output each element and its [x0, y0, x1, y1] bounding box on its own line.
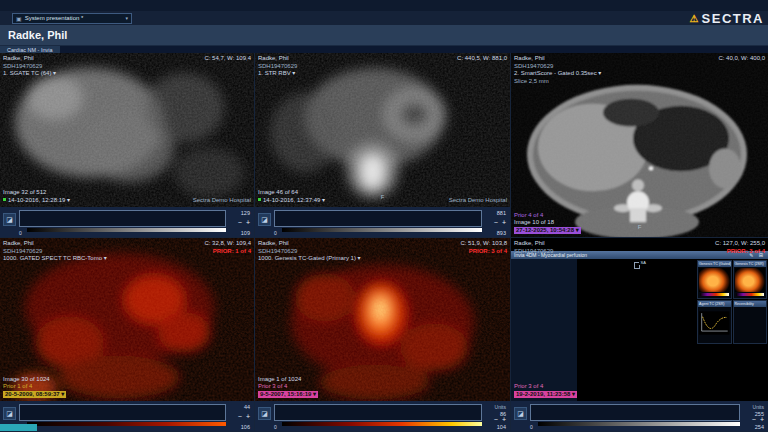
colormap-bar[interactable]: [538, 422, 740, 426]
histogram[interactable]: [19, 210, 226, 227]
date-selector[interactable]: 19-2-2019, 11:23:58 ▾: [514, 391, 577, 399]
overlay-info: Radke, Phil SDH19470629: [514, 240, 553, 255]
3d-surface: [735, 268, 766, 292]
overlay-index: Image 30 of 1024 Prior 1 of 4 20-5-2009,…: [3, 376, 66, 399]
window-decrease-button[interactable]: −: [494, 220, 498, 226]
histo-upper-value: 44: [244, 404, 250, 410]
series-selector[interactable]: 1000. GATED SPECT TC RBC-Tomo ▾: [3, 255, 107, 263]
window-decrease-button[interactable]: −: [752, 417, 756, 423]
colormap-bar[interactable]: [282, 228, 482, 232]
window-decrease-button[interactable]: −: [494, 417, 498, 423]
image-index: Image 30 of 1024: [3, 376, 66, 384]
colormap-bar[interactable]: [282, 422, 482, 426]
overlay-window: C: 51,9, W: 103,8 PRIOR: 3 of 4: [460, 240, 507, 256]
panel-header: Genesis TC (2SR): [734, 261, 767, 267]
auto-window-button[interactable]: ◪: [258, 213, 271, 226]
quant-3d-panel: Genesis TC (2SR): [733, 260, 768, 299]
viewport-grid: Radke, Phil SDH19470629 1. SGATE TC (64)…: [0, 53, 768, 432]
histo-range-value: 254: [755, 424, 764, 430]
window-increase-button[interactable]: +: [502, 417, 506, 423]
histogram[interactable]: [274, 210, 482, 227]
window-level-value: C: 32,8, W: 109,4: [204, 240, 251, 248]
series-selector[interactable]: 1. SGATE TC (64) ▾: [3, 70, 56, 78]
date-selector[interactable]: 20-5-2009, 08:59:37 ▾: [3, 391, 66, 399]
overlay-patient-name: Radke, Phil: [258, 55, 297, 63]
series-selector[interactable]: 2. SmartScore - Gated 0.35sec ▾: [514, 70, 601, 78]
series-selector[interactable]: 1000. Genesis TC-Gated (Primary 1) ▾: [258, 255, 361, 263]
prior-badge: PRIOR: 3 of 4: [460, 248, 507, 256]
brand-text: SECTRA: [702, 11, 764, 26]
prior-label: Prior 1 of 4: [3, 383, 66, 391]
histo-zero-label: 0: [19, 230, 22, 236]
viewport-bottom-left[interactable]: Radke, Phil SDH19470629 1000. GATED SPEC…: [0, 238, 254, 401]
prior-badge: PRIOR: 3 of 4: [715, 248, 765, 256]
auto-window-button[interactable]: ◪: [3, 407, 16, 420]
window-increase-button[interactable]: +: [246, 414, 250, 420]
series-selector[interactable]: 1. STR RBV ▾: [258, 70, 297, 78]
overlay-patient-name: Radke, Phil: [514, 55, 601, 63]
window-increase-button[interactable]: +: [246, 220, 250, 226]
window-decrease-button[interactable]: −: [238, 220, 242, 226]
auto-window-button[interactable]: ◪: [514, 407, 527, 420]
overlay-info: Radke, Phil SDH19470629 2. SmartScore - …: [514, 55, 601, 85]
cell-top-middle: Radke, Phil SDH19470629 1. STR RBV ▾ C: …: [255, 53, 511, 238]
viewport-top-left[interactable]: Radke, Phil SDH19470629 1. SGATE TC (64)…: [0, 53, 254, 207]
cell-top-left: Radke, Phil SDH19470629 1. SGATE TC (64)…: [0, 53, 255, 238]
window-level-value: C: 440,5, W: 881,0: [457, 55, 507, 63]
overlay-window: C: 127,0, W: 255,0 PRIOR: 3 of 4: [715, 240, 765, 255]
hospital-label: Sectra Demo Hospital: [193, 197, 251, 205]
colormap-bar[interactable]: [27, 422, 226, 426]
quant-values-panel: Reversibility: [733, 300, 768, 344]
date-selector[interactable]: 9-5-2007, 15:16:19 ▾: [258, 391, 318, 399]
presentation-icon: ▣: [16, 15, 22, 22]
histogram[interactable]: [274, 404, 482, 421]
panel-header: Genesis TC (Gated)(2SR): [698, 261, 731, 267]
presentation-label: System presentation *: [25, 15, 84, 21]
volume-curve-chart: [698, 307, 731, 343]
viewport-bottom-middle[interactable]: Radke, Phil SDH19470629 1000. Genesis TC…: [255, 238, 510, 401]
colormap-bar[interactable]: [27, 228, 226, 232]
tab-cardiac-nm[interactable]: Cardiac NM - Invia: [0, 46, 60, 53]
histo-upper-value: 881: [497, 210, 506, 216]
overlay-index: Image 46 of 64 14-10-2016, 12:37:49 ▾: [258, 189, 325, 204]
overlay-info: Radke, Phil SDH19470629 1000. Genesis TC…: [258, 240, 361, 263]
histogram[interactable]: [19, 404, 226, 421]
prior-label: Prior 3 of 4: [514, 383, 577, 391]
viewport-top-middle[interactable]: Radke, Phil SDH19470629 1. STR RBV ▾ C: …: [255, 53, 510, 207]
units-label: Units: [495, 404, 506, 410]
current-study-dot: [3, 198, 6, 201]
image-index: Image 1 of 1024: [258, 376, 318, 384]
histo-range-value: 109: [241, 230, 250, 236]
application-window: ▣ System presentation * ▾ ⚠ SECTRA Radke…: [0, 0, 768, 432]
sectra-logo: ⚠ SECTRA: [690, 11, 764, 26]
overlay-index: Prior 4 of 4 Image 10 of 18 27-12-2025, …: [514, 212, 581, 235]
units-label: Units: [753, 404, 764, 410]
cell-bottom-right: Radke, Phil SDH19470629 C: 127,0, W: 255…: [511, 238, 768, 432]
viewport-ct[interactable]: Radke, Phil SDH19470629 2. SmartScore - …: [511, 53, 768, 237]
presentation-dropdown[interactable]: ▣ System presentation * ▾: [12, 13, 132, 24]
overlay-mrn: SDH19470629: [258, 63, 297, 71]
tab-strip: Cardiac NM - Invia: [0, 46, 768, 53]
cell-top-right: Radke, Phil SDH19470629 2. SmartScore - …: [511, 53, 768, 238]
auto-window-button[interactable]: ◪: [3, 213, 16, 226]
window-increase-button[interactable]: +: [502, 220, 506, 226]
chevron-down-icon: ▾: [125, 15, 128, 21]
viewport-quant[interactable]: Radke, Phil SDH19470629 C: 127,0, W: 255…: [511, 238, 768, 401]
window-decrease-button[interactable]: −: [238, 414, 242, 420]
window-level-value: C: 54,7, W: 109,4: [204, 55, 251, 63]
slice-thickness: Slice 2,5 mm: [514, 78, 601, 86]
current-study-dot: [258, 198, 261, 201]
quant-panel[interactable]: Invia 4DM - Myocardial perfusion ✎ ⊞ SA: [511, 251, 768, 401]
notification-indicator: [0, 424, 37, 431]
date-selector[interactable]: 14-10-2016, 12:28:19 ▾: [3, 197, 70, 205]
window-level-panel: ◪ 0 881 −+ 893: [255, 207, 510, 237]
window-increase-button[interactable]: +: [760, 417, 764, 423]
auto-window-button[interactable]: ◪: [258, 407, 271, 420]
date-selector[interactable]: 27-12-2025, 10:54:28 ▾: [514, 227, 581, 235]
overlay-index: Image 1 of 1024 Prior 3 of 4 9-5-2007, 1…: [258, 376, 318, 399]
colorbar: [700, 293, 729, 296]
date-selector[interactable]: 14-10-2016, 12:37:49 ▾: [258, 197, 325, 205]
histogram[interactable]: [530, 404, 740, 421]
histo-upper-value: 129: [241, 210, 250, 216]
overlay-mrn: SDH19470629: [3, 63, 56, 71]
